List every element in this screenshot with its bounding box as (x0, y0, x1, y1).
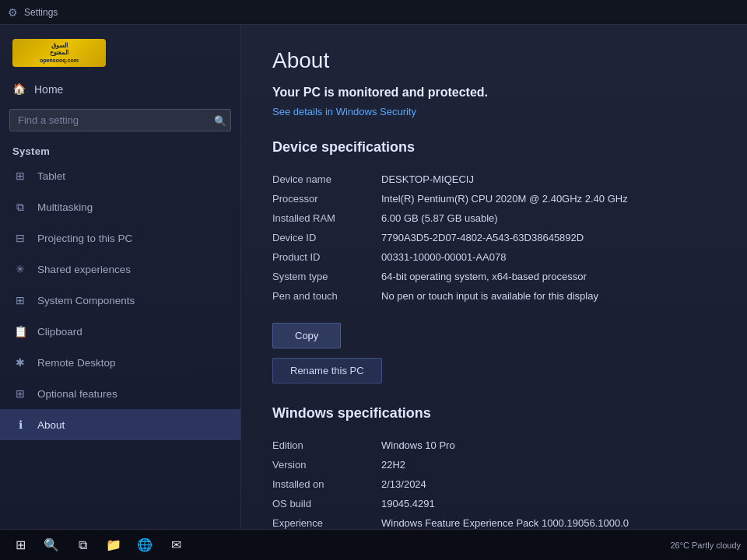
search-taskbar-button[interactable]: 🔍 (37, 531, 65, 559)
device-specs-title: Device specifications (272, 139, 716, 156)
page-title: About (272, 48, 716, 73)
table-row: ProcessorIntel(R) Pentium(R) CPU 2020M @… (272, 189, 716, 208)
remote-icon: ✱ (12, 355, 28, 370)
edge-button[interactable]: 🌐 (131, 531, 159, 559)
home-icon: 🏠 (12, 82, 26, 96)
spec-label: Installed RAM (272, 208, 381, 228)
rename-button-container: Rename this PC (272, 358, 716, 405)
spec-value: 64-bit operating system, x64-based proce… (381, 267, 716, 286)
optional-icon: ⊞ (12, 386, 28, 401)
home-label: Home (34, 83, 63, 96)
spec-label: Pen and touch (272, 286, 381, 306)
sidebar-item-clipboard[interactable]: 📋 Clipboard (0, 316, 240, 347)
sidebar-item-tablet[interactable]: ⊞ Tablet (0, 160, 240, 191)
spec-value: 7790A3D5-2D07-4802-A543-63D38645892D (381, 228, 716, 247)
win-spec-label: OS build (272, 494, 381, 513)
win-spec-label: Version (272, 455, 381, 474)
search-bar: 🔍 (9, 109, 231, 131)
sidebar-label-clipboard: Clipboard (37, 326, 82, 338)
spec-value: DESKTOP-MIQECIJ (381, 170, 716, 189)
win-spec-label: Experience (272, 513, 381, 529)
sidebar-item-components[interactable]: ⊞ System Components (0, 285, 240, 316)
copy-button-container: Copy (272, 312, 716, 358)
sidebar-item-shared[interactable]: ✳ Shared experiences (0, 254, 240, 285)
win-spec-value: 19045.4291 (381, 494, 716, 513)
sidebar-item-multitasking[interactable]: ⧉ Multitasking (0, 191, 240, 222)
sidebar-label-optional: Optional features (37, 388, 117, 400)
taskbar-left: ⊞ 🔍 ⧉ 📁 🌐 ✉ (6, 531, 190, 559)
sidebar-item-projecting[interactable]: ⊟ Projecting to this PC (0, 222, 240, 254)
sidebar-label-projecting: Projecting to this PC (37, 233, 132, 244)
multitasking-icon: ⧉ (12, 199, 28, 215)
search-input[interactable] (9, 109, 231, 131)
sidebar-item-remote[interactable]: ✱ Remote Desktop (0, 347, 240, 378)
rename-pc-button[interactable]: Rename this PC (272, 358, 382, 383)
windows-specs-table: EditionWindows 10 ProVersion22H2Installe… (272, 436, 716, 529)
spec-label: Processor (272, 189, 381, 208)
spec-value: No pen or touch input is available for t… (381, 286, 716, 306)
table-row: Pen and touchNo pen or touch input is av… (272, 286, 716, 306)
protection-text: Your PC is monitored and protected. (272, 86, 716, 100)
spec-label: System type (272, 267, 381, 286)
nav-list: ⊞ Tablet ⧉ Multitasking ⊟ Projecting to … (0, 160, 240, 440)
weather-widget: 26°C Partly cloudy (670, 541, 741, 550)
spec-label: Product ID (272, 247, 381, 267)
sidebar-item-optional[interactable]: ⊞ Optional features (0, 378, 240, 409)
shared-icon: ✳ (12, 261, 28, 277)
content-area: About Your PC is monitored and protected… (241, 25, 747, 529)
spec-label: Device ID (272, 228, 381, 247)
top-bar-title: Settings (24, 7, 58, 18)
top-bar: ⚙ Settings (0, 0, 747, 25)
spec-value: Intel(R) Pentium(R) CPU 2020M @ 2.40GHz … (381, 189, 716, 208)
win-spec-value: Windows Feature Experience Pack 1000.190… (381, 513, 716, 529)
win-spec-label: Installed on (272, 474, 381, 494)
copy-button[interactable]: Copy (272, 323, 341, 348)
start-button[interactable]: ⊞ (6, 531, 34, 559)
spec-label: Device name (272, 170, 381, 189)
search-button[interactable]: 🔍 (214, 114, 226, 126)
sidebar-item-about[interactable]: ℹ About (0, 409, 240, 440)
security-link[interactable]: See details in Windows Security (272, 106, 416, 117)
tablet-icon: ⊞ (12, 168, 28, 184)
table-row: System type64-bit operating system, x64-… (272, 267, 716, 286)
table-row: Product ID00331-10000-00001-AA078 (272, 247, 716, 267)
file-explorer-button[interactable]: 📁 (100, 531, 128, 559)
win-spec-value: Windows 10 Pro (381, 436, 716, 455)
table-row: Device ID7790A3D5-2D07-4802-A543-63D3864… (272, 228, 716, 247)
sidebar-label-shared: Shared experiences (37, 264, 131, 275)
sidebar: السوقالمفتوحopensooq.com 🏠 Home 🔍 System… (0, 25, 241, 529)
sidebar-label-multitasking: Multitasking (37, 201, 93, 213)
table-row: Version22H2 (272, 455, 716, 474)
table-row: Installed on2/13/2024 (272, 474, 716, 494)
task-view-button[interactable]: ⧉ (68, 531, 96, 559)
table-row: OS build19045.4291 (272, 494, 716, 513)
win-spec-label: Edition (272, 436, 381, 455)
sidebar-logo: السوقالمفتوحopensooq.com (0, 33, 240, 76)
windows-specs-title: Windows specifications (272, 405, 716, 422)
win-spec-value: 22H2 (381, 455, 716, 474)
home-nav-item[interactable]: 🏠 Home (0, 76, 240, 103)
system-section-label: System (0, 138, 240, 160)
table-row: Installed RAM6.00 GB (5.87 GB usable) (272, 208, 716, 228)
sidebar-label-about: About (37, 419, 65, 431)
components-icon: ⊞ (12, 292, 28, 308)
taskbar: ⊞ 🔍 ⧉ 📁 🌐 ✉ 26°C Partly cloudy (0, 529, 747, 560)
main-layout: السوقالمفتوحopensooq.com 🏠 Home 🔍 System… (0, 25, 747, 529)
table-row: Device nameDESKTOP-MIQECIJ (272, 170, 716, 189)
sidebar-label-tablet: Tablet (37, 170, 65, 182)
about-icon: ℹ (12, 417, 28, 432)
mail-button[interactable]: ✉ (162, 531, 190, 559)
projecting-icon: ⊟ (12, 230, 28, 246)
spec-value: 6.00 GB (5.87 GB usable) (381, 208, 716, 228)
taskbar-right: 26°C Partly cloudy (670, 541, 741, 550)
clipboard-icon: 📋 (12, 324, 28, 339)
sidebar-label-remote: Remote Desktop (37, 357, 116, 369)
win-spec-value: 2/13/2024 (381, 474, 716, 494)
opensooq-logo: السوقالمفتوحopensooq.com (12, 39, 106, 67)
table-row: EditionWindows 10 Pro (272, 436, 716, 455)
device-specs-table: Device nameDESKTOP-MIQECIJProcessorIntel… (272, 170, 716, 306)
sidebar-label-components: System Components (37, 295, 135, 306)
table-row: ExperienceWindows Feature Experience Pac… (272, 513, 716, 529)
spec-value: 00331-10000-00001-AA078 (381, 247, 716, 267)
